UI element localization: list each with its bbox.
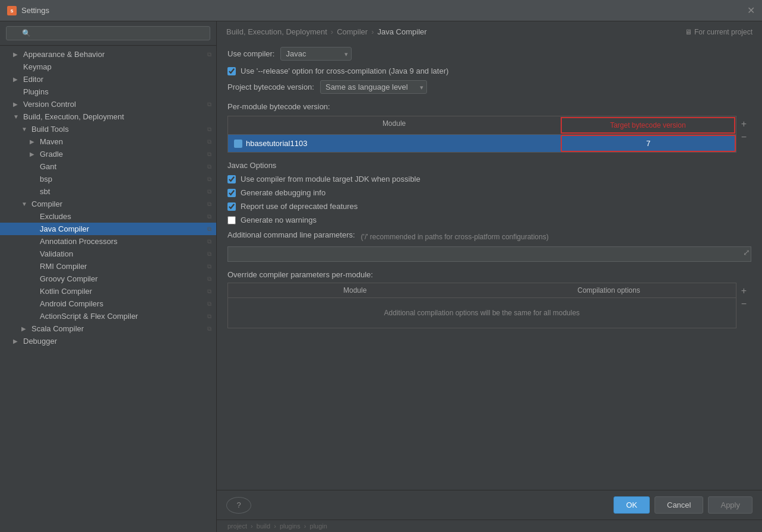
module-name-cell: hbasetutorial1103 [228, 136, 561, 151]
arrow-icon: ▼ [13, 113, 21, 120]
use-compiler-module-checkbox[interactable] [227, 175, 236, 183]
additional-cmd-input[interactable] [227, 246, 751, 262]
sidebar-tree: ▶ Appearance & Behavior ⧉ Keymap ▶ Edito… [0, 46, 216, 532]
app-icon: s [7, 6, 17, 15]
copy-icon: ⧉ [207, 176, 211, 183]
sidebar-item-maven[interactable]: ▶ Maven ⧉ [0, 135, 216, 148]
project-bytecode-row: Project bytecode version: Same as langua… [227, 80, 751, 94]
add-module-button[interactable]: + [739, 118, 749, 130]
ok-button[interactable]: OK [614, 496, 650, 514]
sidebar-item-gant[interactable]: Gant ⧉ [0, 160, 216, 173]
remove-module-button[interactable]: − [739, 131, 749, 143]
arrow-icon: ▶ [13, 101, 21, 107]
sidebar-item-groovy-compiler[interactable]: Groovy Compiler ⧉ [0, 273, 216, 285]
sidebar-item-editor[interactable]: ▶ Editor [0, 73, 216, 86]
cancel-button[interactable]: Cancel [655, 496, 703, 514]
sidebar-item-excludes[interactable]: Excludes ⧉ [0, 210, 216, 223]
use-compiler-select[interactable]: Javac [280, 47, 352, 61]
version-cell[interactable]: 7 [561, 135, 735, 152]
close-button[interactable]: ✕ [747, 5, 755, 16]
table-actions: + − [736, 116, 751, 145]
copy-icon: ⧉ [207, 288, 211, 295]
remove-override-button[interactable]: − [739, 298, 749, 310]
sidebar-item-android-compilers[interactable]: Android Compilers ⧉ [0, 297, 216, 310]
apply-button[interactable]: Apply [708, 496, 752, 514]
copy-icon: ⧉ [207, 188, 211, 195]
sidebar-item-label: Maven [40, 137, 63, 146]
additional-cmd-section: Additional command line parameters: ('/'… [227, 230, 751, 262]
copy-icon: ⧉ [207, 263, 211, 270]
arrow-icon: ▼ [21, 201, 30, 207]
project-bytecode-select[interactable]: Same as language level [320, 80, 427, 94]
sidebar-item-label: Debugger [23, 337, 57, 346]
sidebar-item-debugger[interactable]: ▶ Debugger [0, 335, 216, 347]
sidebar-item-java-compiler[interactable]: Java Compiler ⧉ [0, 223, 216, 235]
content-body: Use compiler: Javac ▾ Use '--release' op… [217, 40, 762, 490]
sidebar-item-rmi-compiler[interactable]: RMI Compiler ⧉ [0, 260, 216, 273]
breadcrumb-sep-1: › [331, 27, 333, 36]
sidebar-item-scala-compiler[interactable]: ▶ Scala Compiler ⧉ [0, 322, 216, 335]
copy-icon: ⧉ [207, 251, 211, 258]
option-row-report-deprecated: Report use of deprecated features [227, 202, 751, 211]
breadcrumb-part-3: Java Compiler [378, 27, 427, 36]
search-input[interactable] [6, 26, 210, 40]
table-row[interactable]: hbasetutorial1103 7 [228, 135, 736, 152]
expand-cmd-button[interactable]: ⤢ [743, 248, 750, 257]
report-deprecated-label: Report use of deprecated features [241, 202, 358, 211]
copy-icon: ⧉ [207, 126, 211, 133]
sidebar-item-label: ActionScript & Flex Compiler [40, 312, 138, 321]
sidebar-item-label: RMI Compiler [40, 262, 87, 271]
override-section: Override compiler parameters per-module:… [227, 270, 751, 328]
override-compilation-col: Compilation options [482, 283, 735, 297]
generate-no-warnings-label: Generate no warnings [241, 216, 317, 224]
option-row-generate-no-warnings: Generate no warnings [227, 216, 751, 224]
version-col-header: Target bytecode version [561, 117, 735, 134]
footer-buttons: ? OK Cancel Apply [217, 490, 762, 520]
generate-debugging-info-checkbox[interactable] [227, 189, 236, 197]
sidebar-item-label: Groovy Compiler [40, 274, 98, 283]
sidebar-item-sbt[interactable]: sbt ⧉ [0, 185, 216, 198]
sidebar-item-build-tools[interactable]: ▼ Build Tools ⧉ [0, 123, 216, 135]
breadcrumb-sep-2: › [371, 27, 374, 36]
copy-icon: ⧉ [207, 201, 211, 208]
sidebar-item-label: Build, Execution, Deployment [23, 112, 124, 121]
sidebar-item-gradle[interactable]: ▶ Gradle ⧉ [0, 148, 216, 160]
sidebar-item-version-control[interactable]: ▶ Version Control ⧉ [0, 98, 216, 110]
sidebar: 🔍 ▶ Appearance & Behavior ⧉ Keymap ▶ Edi… [0, 21, 217, 532]
release-option-row: Use '--release' option for cross-compila… [227, 66, 751, 75]
use-compiler-select-wrapper: Javac ▾ [280, 47, 352, 61]
override-table-header: Module Compilation options [228, 283, 736, 298]
override-module-col: Module [228, 283, 482, 297]
sidebar-item-validation[interactable]: Validation ⧉ [0, 248, 216, 260]
help-button[interactable]: ? [226, 497, 251, 514]
use-compiler-row: Use compiler: Javac ▾ [227, 47, 751, 61]
sidebar-item-label: Build Tools [31, 125, 69, 134]
use-compiler-label: Use compiler: [227, 49, 274, 58]
report-deprecated-checkbox[interactable] [227, 202, 236, 211]
copy-icon: ⧉ [207, 226, 211, 233]
generate-no-warnings-checkbox[interactable] [227, 216, 236, 224]
add-override-button[interactable]: + [739, 285, 749, 297]
breadcrumb-part-1: Build, Execution, Deployment [226, 27, 327, 36]
override-table-actions: + − [736, 283, 751, 312]
release-option-checkbox[interactable] [227, 67, 236, 75]
arrow-icon: ▶ [30, 138, 38, 145]
sidebar-item-label: Plugins [23, 87, 49, 96]
sidebar-item-kotlin-compiler[interactable]: Kotlin Compiler ⧉ [0, 285, 216, 297]
override-table: Module Compilation options Additional co… [227, 283, 736, 328]
override-label: Override compiler parameters per-module: [227, 270, 751, 279]
sidebar-item-plugins[interactable]: Plugins [0, 86, 216, 98]
copy-icon: ⧉ [207, 51, 211, 58]
sidebar-item-compiler[interactable]: ▼ Compiler ⧉ [0, 198, 216, 210]
copy-icon: ⧉ [207, 300, 211, 308]
sidebar-item-build-execution[interactable]: ▼ Build, Execution, Deployment [0, 110, 216, 123]
sidebar-item-bsp[interactable]: bsp ⧉ [0, 173, 216, 185]
module-table: Module Target bytecode version hbasetuto… [227, 116, 736, 153]
sidebar-item-label: Java Compiler [40, 224, 89, 233]
option-row-generate-debugging-info: Generate debugging info [227, 188, 751, 197]
sidebar-item-keymap[interactable]: Keymap [0, 61, 216, 73]
project-bytecode-select-wrapper: Same as language level ▾ [320, 80, 427, 94]
sidebar-item-actionscript-flex[interactable]: ActionScript & Flex Compiler ⧉ [0, 310, 216, 322]
sidebar-item-annotation-processors[interactable]: Annotation Processors ⧉ [0, 235, 216, 248]
sidebar-item-appearance[interactable]: ▶ Appearance & Behavior ⧉ [0, 48, 216, 61]
